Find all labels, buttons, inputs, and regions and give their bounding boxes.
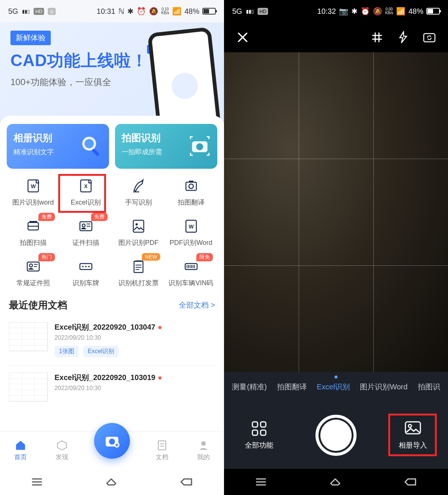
status-bar: 5G ▮▮▯ HD 10:32 📷✱⏰🔕 0.00KB/s 📶 48%: [224, 0, 448, 22]
mode-excel[interactable]: Excel识别: [317, 382, 350, 392]
svg-point-15: [82, 224, 85, 227]
battery-icon: [202, 8, 216, 15]
image-icon: [404, 420, 422, 437]
flash-toggle[interactable]: [394, 28, 412, 46]
svg-rect-16: [133, 220, 144, 232]
all-functions-button[interactable]: 全部功能: [245, 420, 273, 450]
home-icon: [15, 439, 27, 451]
svg-rect-13: [29, 221, 37, 222]
hd-badge: HD: [34, 8, 44, 15]
menu-icon[interactable]: [254, 475, 268, 489]
camera-screen: 5G ▮▮▯ HD 10:32 📷✱⏰🔕 0.00KB/s 📶 48% 测量(精: [224, 0, 448, 495]
menu-icon[interactable]: [30, 475, 44, 489]
camera-recognition-card[interactable]: 拍图识别 一拍即成所需: [115, 124, 217, 169]
album-recognition-card[interactable]: 相册识别 精准识别文字: [7, 124, 109, 169]
doc-thumbnail: [9, 322, 48, 351]
phone-illustration: [147, 27, 222, 123]
all-docs-link[interactable]: 全部文档 >: [179, 300, 215, 310]
svg-rect-34: [261, 430, 266, 435]
active-dot: [335, 376, 337, 379]
svg-rect-30: [424, 34, 435, 42]
doc-thumbnail: [9, 373, 48, 402]
svg-point-21: [29, 264, 32, 267]
clock: 10:32: [317, 7, 336, 16]
svg-point-17: [136, 223, 138, 225]
recent-doc-1[interactable]: Excel识别_20220920_103047● 2022/09/20 10:3…: [7, 320, 217, 365]
switch-camera-icon: [422, 30, 436, 44]
camera-plus-icon: [103, 432, 121, 450]
svg-point-36: [408, 424, 411, 427]
battery-percent: 48%: [408, 7, 423, 16]
svg-point-28: [109, 439, 115, 445]
hd-badge: HD: [258, 8, 268, 15]
feature-handwrite[interactable]: 手写识别: [112, 178, 165, 207]
svg-point-26: [201, 441, 206, 446]
hero-banner[interactable]: 新鲜体验 CAD功能上线啦！ 100+功能体验，一应俱全 CAD: [0, 22, 224, 123]
close-icon: [236, 31, 249, 44]
svg-text:W: W: [31, 183, 36, 189]
battery-percent: 48%: [184, 7, 199, 16]
svg-rect-20: [27, 262, 39, 271]
nav-home[interactable]: 首页: [14, 439, 27, 461]
svg-rect-31: [252, 422, 258, 427]
home-screen: 5G ▮▮▯ HD ◎ 10:31 ℕ✱⏰🔕 0.10KB/s 📶 48% 新鲜…: [0, 0, 224, 495]
cube-icon: [56, 439, 68, 451]
mode-more[interactable]: 拍图识: [418, 382, 440, 392]
doc-icon: [156, 439, 168, 451]
feature-idscan[interactable]: 免费证件扫描: [59, 218, 112, 247]
svg-point-4: [196, 143, 203, 150]
system-nav: [0, 469, 224, 495]
svg-point-1: [84, 139, 94, 148]
feature-excel[interactable]: XExcel识别: [59, 178, 112, 207]
capture-bar: 全部功能 相册导入: [224, 402, 448, 469]
svg-text:W: W: [189, 224, 194, 230]
recent-title: 最近使用文档: [9, 299, 67, 312]
grid-toggle[interactable]: [368, 28, 386, 46]
shutter-button[interactable]: [315, 415, 357, 456]
close-button[interactable]: [234, 28, 252, 46]
mode-word[interactable]: 图片识别Word: [360, 382, 407, 392]
status-bar: 5G ▮▮▯ HD ◎ 10:31 ℕ✱⏰🔕 0.10KB/s 📶 48%: [0, 0, 224, 22]
back-sys-icon[interactable]: [179, 475, 194, 489]
album-import-button[interactable]: 相册导入: [399, 420, 427, 450]
recent-doc-2[interactable]: Excel识别_20220920_103019● 2022/09/20 10:3…: [7, 365, 217, 410]
nav-me[interactable]: 我的: [197, 439, 210, 461]
magnifier-icon: [80, 134, 103, 158]
feature-scan[interactable]: 免费拍图扫描: [7, 218, 59, 247]
feature-grid: W图片识别word XExcel识别 手写识别 拍图翻译 免费拍图扫描 免费证件…: [7, 178, 217, 287]
mode-selector[interactable]: 测量(精准) 拍图翻译 Excel识别 图片识别Word 拍图识: [224, 372, 448, 402]
grid-icon: [371, 31, 383, 44]
mode-measure[interactable]: 测量(精准): [232, 382, 267, 392]
svg-point-10: [189, 184, 193, 189]
feature-vin[interactable]: 限免识别车辆VIN码: [165, 258, 217, 287]
home-sys-icon[interactable]: [105, 475, 118, 489]
chip-type: Excel识别: [83, 346, 119, 357]
nav-docs[interactable]: 文档: [156, 439, 168, 461]
feature-pdfword[interactable]: WPDF识别Word: [165, 218, 217, 247]
nav-camera-fab[interactable]: [94, 423, 130, 459]
grid4-icon: [251, 420, 267, 437]
svg-rect-11: [189, 181, 193, 182]
camera-viewfinder[interactable]: [224, 52, 448, 372]
feature-invoice[interactable]: NEW识别机打发票: [112, 258, 165, 287]
home-sys-icon[interactable]: [329, 475, 342, 489]
feature-idphoto[interactable]: 热门常规证件照: [7, 258, 59, 287]
mode-translate[interactable]: 拍图翻译: [277, 382, 307, 392]
network-5g: 5G: [232, 7, 242, 16]
hero-badge: 新鲜体验: [10, 31, 51, 45]
feature-translate[interactable]: 拍图翻译: [165, 178, 217, 207]
switch-camera[interactable]: [420, 28, 438, 46]
user-icon: [197, 439, 209, 451]
battery-icon: [426, 8, 440, 15]
chip-pages: 1张图: [55, 346, 79, 357]
bottom-nav: 首页 发现 文档 我的: [0, 432, 224, 469]
svg-rect-9: [186, 182, 196, 190]
feature-pdfimg[interactable]: 图片识别PDF: [112, 218, 165, 247]
clock: 10:31: [97, 7, 115, 16]
svg-rect-33: [252, 430, 258, 435]
feature-plate[interactable]: 识别车牌: [59, 258, 112, 287]
back-sys-icon[interactable]: [403, 475, 418, 489]
feature-word[interactable]: W图片识别word: [7, 178, 59, 207]
nav-discover[interactable]: 发现: [56, 439, 68, 461]
system-nav: [224, 469, 448, 495]
